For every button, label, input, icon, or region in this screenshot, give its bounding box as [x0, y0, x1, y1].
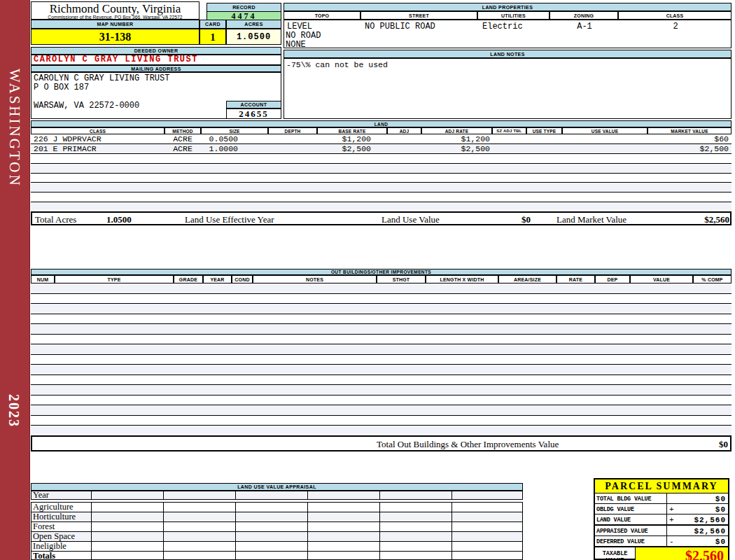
empty-row: [31, 355, 732, 365]
appraisal-label-ineligible: Ineligible: [31, 542, 92, 551]
taxable-value-label: TAXABLE VALUE: [595, 547, 636, 560]
mailing-address-header: MAILING ADDRESS: [31, 65, 281, 72]
topo-extra-line-2: NONE: [286, 40, 306, 50]
appraisal-row-year: Year: [31, 491, 523, 500]
zoning-value: A-1: [550, 22, 619, 31]
empty-row: [31, 284, 732, 294]
card-value: 1: [200, 29, 226, 45]
empty-cell: [380, 552, 452, 560]
summary-value-total-bldg: $0: [715, 495, 726, 503]
out-buildings-total-value: $0: [687, 439, 728, 450]
empty-row: [31, 154, 732, 164]
street-value: NO PUBLIC ROAD: [365, 22, 435, 31]
empty-row: [31, 202, 732, 211]
empty-cell: [380, 522, 452, 531]
land-col-size: SIZE: [201, 127, 268, 134]
land-col-depth: DEPTH: [268, 127, 317, 134]
year-vertical-label: 2023: [6, 394, 22, 428]
empty-row: [31, 192, 732, 202]
ob-col-dep: DEP: [595, 275, 630, 284]
land-row-1: 226 J WDPRVACR ACRE 0.0500 $1,200 $1,200…: [31, 134, 732, 144]
card-header: CARD: [200, 20, 226, 29]
empty-cell: [452, 522, 522, 531]
parcel-summary-title: PARCEL SUMMARY: [595, 479, 728, 493]
summary-row-total-bldg: TOTAL BLDG VALUE $0: [595, 493, 728, 504]
appraisal-label-forest: Forest: [31, 522, 92, 531]
empty-cell: [452, 512, 522, 522]
land-properties-col-utilities: UTILITIES: [477, 11, 550, 20]
land-col-market-value: MARKET VALUE: [648, 127, 732, 134]
empty-row: [31, 396, 732, 406]
summary-value-cell: + $0: [667, 504, 728, 514]
empty-row: [31, 385, 732, 396]
empty-cell: [452, 542, 522, 551]
ob-col-year: YEAR: [203, 275, 232, 284]
empty-row: [31, 174, 732, 183]
land-row-2-size: 1.0000: [209, 144, 238, 154]
summary-row-deferred: DEFERRED VALUE - $0: [595, 536, 728, 547]
land-row-2: 201 E PRIMACR ACRE 1.0000 $2,500 $2,500 …: [31, 144, 732, 154]
empty-row: [31, 405, 732, 416]
land-row-1-base-rate: $1,200: [342, 134, 371, 144]
land-row-2-adj-rate: $2,500: [461, 144, 490, 154]
land-properties-values-box: LEVEL NO PUBLIC ROAD Electric A-1 2 NO R…: [284, 20, 732, 48]
land-market-value-label: Land Market Value: [556, 214, 626, 225]
ob-col-sthgt: STHGT: [377, 275, 426, 284]
empty-cell: [164, 552, 236, 560]
ob-col-type: TYPE: [55, 275, 174, 284]
empty-cell: [236, 491, 308, 499]
empty-cell: [92, 522, 164, 531]
land-use-effective-year-label: Land Use Effective Year: [185, 214, 274, 225]
mailing-address-line-1: CAROLYN C GRAY LIVING TRUST: [31, 73, 281, 83]
land-properties-col-zoning: ZONING: [550, 11, 618, 20]
land-properties-header: LAND PROPERTIES: [284, 3, 732, 11]
mailing-address-line-2: P O BOX 187: [31, 83, 281, 92]
acres-value: 1.0500: [226, 29, 281, 45]
summary-value-deferred: $0: [715, 538, 726, 546]
appraisal-label-horticulture: Horticulture: [31, 512, 92, 522]
empty-cell: [380, 503, 452, 512]
map-number-value: 31-138: [31, 29, 200, 45]
summary-value-cell: $2,560: [667, 526, 728, 536]
empty-cell: [92, 542, 164, 551]
out-buildings-section-header: OUT BUILDINGS/OTHER IMPROVEMENTS: [31, 269, 732, 275]
land-row-2-market-value: $2,500: [700, 144, 729, 154]
empty-row: [31, 164, 732, 174]
land-col-adj: ADJ: [387, 127, 421, 134]
land-properties-col-street: STREET: [360, 11, 477, 20]
county-vertical-label: WASHINGTON: [6, 69, 23, 188]
ob-col-notes: NOTES: [253, 275, 377, 284]
empty-cell: [452, 552, 522, 560]
empty-cell: [380, 532, 452, 541]
deeded-owner-header: DEEDED OWNER: [31, 47, 281, 55]
land-row-2-base-rate: $2,500: [342, 144, 371, 154]
land-col-sz-adj-tbl: SZ ADJ TBL: [492, 127, 526, 134]
page-subtitle: Commissioner of the Revenue, PO Box 366,…: [31, 15, 199, 20]
land-col-class: CLASS: [31, 127, 164, 134]
empty-cell: [308, 512, 380, 522]
empty-cell: [452, 503, 522, 512]
empty-cell: [164, 522, 236, 531]
summary-value-obldg: $0: [715, 505, 726, 514]
appraisal-table-body: Agriculture Horticulture Forest: [31, 502, 523, 560]
empty-row: [31, 324, 732, 335]
land-row-1-method: ACRE: [164, 134, 201, 144]
summary-label-land: LAND VALUE: [595, 514, 667, 524]
land-section-header: LAND: [31, 120, 732, 127]
summary-value-cell: - $0: [667, 536, 728, 546]
empty-cell: [380, 542, 452, 551]
empty-cell: [308, 503, 380, 512]
appraisal-row-forest: Forest: [31, 522, 522, 532]
summary-label-appraised: APPRAISED VALUE: [595, 526, 667, 536]
appraisal-label-open-space: Open Space: [31, 532, 92, 541]
appraisal-label-year: Year: [31, 491, 92, 499]
empty-cell: [308, 552, 380, 560]
empty-cell: [452, 532, 522, 541]
empty-row: [31, 365, 732, 375]
summary-value-cell: + $2,560: [667, 514, 728, 524]
utilities-value: Electric: [482, 22, 523, 31]
ob-col-value: VALUE: [630, 275, 693, 284]
summary-value-cell: $0: [667, 493, 728, 503]
empty-cell: [236, 542, 308, 551]
taxable-value-cell: $2,560: [636, 547, 728, 560]
